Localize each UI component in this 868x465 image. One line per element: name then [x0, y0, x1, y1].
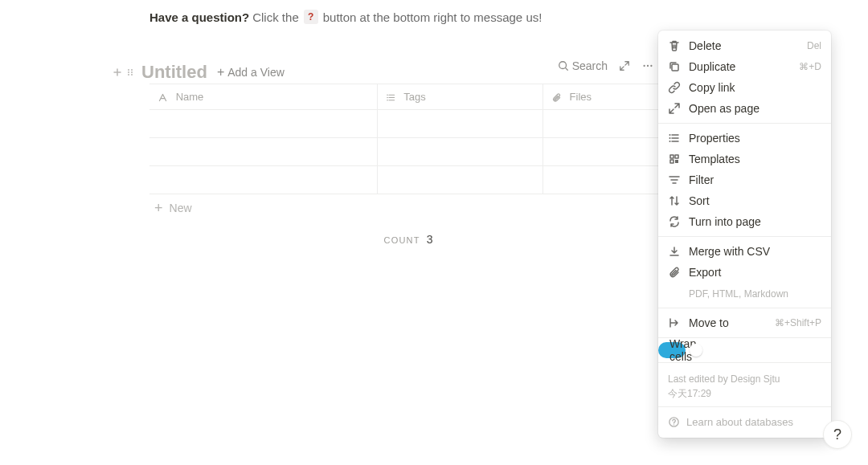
menu-templates[interactable]: Templates	[658, 149, 831, 169]
kbd: ⌘+D	[799, 61, 821, 72]
menu-sort[interactable]: Sort	[658, 190, 831, 211]
paperclip-icon	[668, 266, 681, 279]
tip-text-before: Click the	[252, 10, 299, 24]
help-icon	[668, 416, 680, 428]
svg-point-4	[128, 74, 129, 75]
menu-merge-csv[interactable]: Merge with CSV	[658, 241, 831, 262]
count-row: COUNT 3	[149, 222, 667, 246]
menu-delete[interactable]: Delete Del	[658, 35, 831, 56]
menu-copy-link[interactable]: Copy link	[658, 77, 831, 98]
menu-wrap-cells[interactable]: Wrap cells	[658, 342, 686, 358]
separator	[658, 406, 831, 407]
plus-icon: +	[217, 66, 224, 79]
last-edited-by: Last edited by Design Sjtu	[668, 372, 821, 386]
menu-filter[interactable]: Filter	[658, 169, 831, 190]
column-header-files[interactable]: Files	[542, 84, 667, 110]
context-menu: Delete Del Duplicate ⌘+D Copy link Open …	[658, 31, 831, 438]
database-title[interactable]: Untitled	[141, 62, 207, 83]
tip-bold: Have a question?	[149, 10, 249, 24]
menu-label: Templates	[689, 153, 821, 165]
svg-point-3	[131, 71, 133, 73]
expand-button[interactable]	[619, 60, 630, 71]
count-value: 3	[427, 233, 433, 246]
add-block-icon[interactable]	[113, 67, 122, 77]
menu-label: Merge with CSV	[689, 245, 821, 258]
database-table: Name Tags Files + New COUNT 3	[149, 84, 667, 246]
new-row-label: New	[170, 202, 192, 214]
list-icon	[386, 92, 396, 103]
menu-label: Open as page	[689, 102, 821, 115]
tip-bar: Have a question? Click the ? button at t…	[149, 10, 542, 24]
drag-handle-icon[interactable]	[125, 67, 135, 77]
plus-icon: +	[154, 201, 163, 215]
svg-point-14	[669, 134, 671, 136]
learn-label: Learn about databases	[686, 416, 793, 428]
sort-icon	[668, 194, 681, 207]
svg-point-7	[643, 65, 645, 67]
kbd: ⌘+Shift+P	[775, 317, 821, 328]
trash-icon	[668, 39, 681, 52]
link-icon	[668, 81, 681, 94]
svg-point-11	[387, 97, 388, 99]
menu-label: Duplicate	[689, 60, 791, 73]
svg-point-8	[647, 65, 649, 67]
filter-icon	[668, 173, 681, 186]
add-view-button[interactable]: + Add a View	[217, 66, 285, 79]
search-icon	[558, 60, 569, 71]
properties-icon	[668, 132, 681, 145]
menu-label: Move to	[689, 316, 767, 329]
separator	[658, 123, 831, 124]
menu-properties[interactable]: Properties	[658, 128, 831, 149]
svg-point-5	[131, 74, 133, 75]
new-row-button[interactable]: + New	[149, 194, 667, 222]
menu-label: Sort	[689, 194, 821, 207]
search-button[interactable]: Search	[558, 59, 608, 72]
menu-duplicate[interactable]: Duplicate ⌘+D	[658, 56, 831, 77]
count-label: COUNT	[384, 235, 420, 245]
more-icon	[641, 60, 654, 71]
expand-icon	[619, 60, 630, 71]
menu-move-to[interactable]: Move to ⌘+Shift+P	[658, 312, 831, 333]
download-icon	[668, 245, 681, 258]
column-label: Name	[176, 91, 204, 103]
svg-point-0	[128, 69, 129, 71]
help-fab[interactable]: ?	[823, 420, 852, 449]
svg-point-1	[131, 69, 133, 71]
column-header-name[interactable]: Name	[149, 84, 377, 110]
column-header-tags[interactable]: Tags	[377, 84, 542, 110]
svg-point-12	[387, 100, 388, 101]
question-badge: ?	[304, 10, 318, 24]
turn-into-icon	[668, 215, 681, 228]
menu-label: Turn into page	[689, 215, 821, 228]
svg-point-2	[128, 71, 129, 73]
svg-point-18	[674, 424, 674, 425]
table-row[interactable]	[149, 166, 667, 194]
add-view-label: Add a View	[227, 66, 285, 79]
svg-point-15	[669, 137, 671, 139]
help-fab-label: ?	[833, 426, 841, 443]
search-label: Search	[572, 59, 608, 72]
last-edited-time: 今天17:29	[668, 386, 821, 401]
kbd: Del	[807, 40, 821, 51]
menu-turn-into-page[interactable]: Turn into page	[658, 211, 831, 232]
svg-point-16	[669, 141, 671, 142]
table-row[interactable]	[149, 110, 667, 138]
templates-icon	[668, 153, 681, 165]
more-button[interactable]	[641, 60, 654, 71]
svg-point-10	[387, 95, 388, 96]
separator	[658, 236, 831, 237]
expand-icon	[668, 102, 681, 115]
menu-export[interactable]: Export PDF, HTML, Markdown	[658, 262, 831, 304]
menu-learn-databases[interactable]: Learn about databases	[658, 411, 831, 433]
table-row[interactable]	[149, 138, 667, 166]
paperclip-icon	[551, 92, 562, 103]
tip-text-after: button at the bottom right to message us…	[323, 10, 542, 24]
move-icon	[668, 316, 681, 329]
svg-point-9	[650, 65, 652, 67]
svg-rect-13	[672, 64, 678, 71]
menu-label: Properties	[689, 132, 821, 145]
menu-open-as-page[interactable]: Open as page	[658, 98, 831, 119]
menu-label: Filter	[689, 173, 821, 186]
header-actions: Search	[558, 59, 654, 72]
separator	[658, 308, 831, 308]
